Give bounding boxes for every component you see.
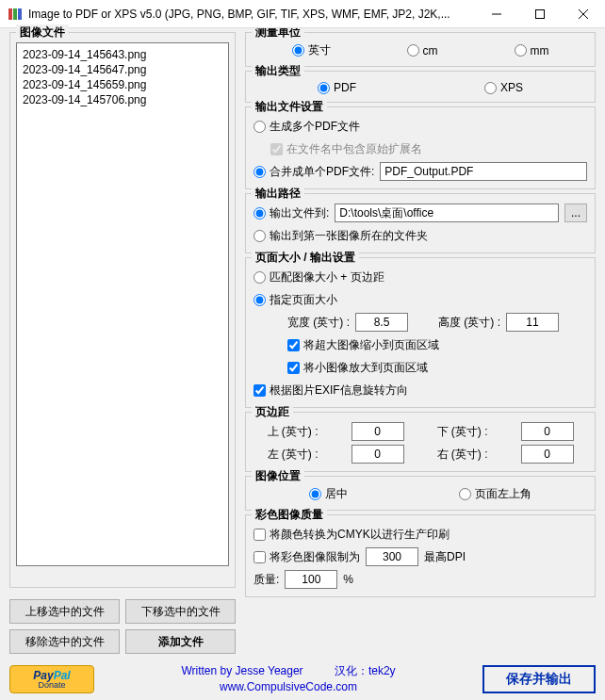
dpi-label: 最高DPI (424, 549, 466, 565)
margin-right-input[interactable] (521, 445, 574, 464)
output-first-radio[interactable]: 输出到第一张图像所在的文件夹 (253, 228, 428, 244)
margin-left-input[interactable] (352, 445, 404, 464)
translator-label: 汉化：tek2y (335, 664, 396, 677)
output-file-section: 输出文件设置 生成多个PDF文件 在文件名中包含原始扩展名 合并成单个PDF文件… (245, 106, 596, 189)
output-file-legend: 输出文件设置 (252, 99, 327, 115)
width-input[interactable] (355, 313, 408, 332)
quality-input[interactable] (285, 570, 337, 589)
titlebar: Image to PDF or XPS v5.0 (JPG, PNG, BMP,… (0, 0, 605, 28)
file-list-group: 图像文件 2023-09-14_145643.png 2023-09-14_14… (9, 32, 236, 588)
list-item[interactable]: 2023-09-14_145643.png (21, 47, 224, 62)
app-icon (8, 7, 23, 22)
list-item[interactable]: 2023-09-14_145647.png (21, 62, 224, 77)
margin-top-label: 上 (英寸) : (268, 424, 319, 440)
include-ext-check: 在文件名中包含原始扩展名 (270, 141, 422, 157)
quality-label: 质量: (253, 572, 279, 588)
type-xps-radio[interactable]: XPS (484, 81, 523, 94)
output-to-radio[interactable]: 输出文件到: (253, 205, 329, 221)
website-link[interactable]: www.CompulsiveCode.com (220, 680, 357, 693)
window-title: Image to PDF or XPS v5.0 (JPG, PNG, BMP,… (28, 8, 475, 21)
width-label: 宽度 (英寸) : (287, 315, 350, 331)
list-item[interactable]: 2023-09-14_145659.png (21, 77, 224, 92)
move-up-button[interactable]: 上移选中的文件 (9, 599, 120, 624)
height-input[interactable] (506, 313, 559, 332)
pos-center-radio[interactable]: 居中 (309, 486, 348, 502)
dpi-input[interactable] (366, 547, 418, 566)
position-section: 图像位置 居中 页面左上角 (245, 476, 596, 511)
save-export-button[interactable]: 保存并输出 (482, 665, 596, 693)
specify-size-radio[interactable]: 指定页面大小 (253, 292, 337, 308)
merge-filename-input[interactable] (380, 162, 587, 181)
percent-label: % (343, 573, 353, 586)
margin-right-label: 右 (英寸) : (437, 447, 488, 463)
merge-pdf-radio[interactable]: 合并成单个PDF文件: (253, 164, 374, 180)
remove-button[interactable]: 移除选中的文件 (9, 629, 120, 654)
output-path-section: 输出路径 输出文件到: ... 输出到第一张图像所在的文件夹 (245, 193, 596, 253)
position-legend: 图像位置 (252, 468, 304, 484)
list-item[interactable]: 2023-09-14_145706.png (21, 92, 224, 107)
unit-section: 测量单位 英寸 cm mm (245, 32, 596, 67)
shrink-check[interactable]: 将超大图像缩小到页面区域 (287, 337, 439, 353)
svg-rect-2 (18, 8, 22, 20)
enlarge-check[interactable]: 将小图像放大到页面区域 (287, 360, 428, 376)
svg-rect-4 (536, 9, 545, 18)
svg-rect-1 (13, 8, 17, 20)
footer: PayPal Donate Written by Jesse Yeager 汉化… (0, 658, 605, 700)
output-type-section: 输出类型 PDF XPS (245, 71, 596, 103)
page-size-legend: 页面大小 / 输出设置 (252, 250, 359, 266)
output-path-legend: 输出路径 (252, 186, 304, 202)
move-down-button[interactable]: 下移选中的文件 (125, 599, 236, 624)
file-list-legend: 图像文件 (16, 24, 69, 41)
margin-legend: 页边距 (252, 404, 293, 420)
pos-topleft-radio[interactable]: 页面左上角 (459, 486, 531, 502)
browse-button[interactable]: ... (564, 203, 587, 222)
close-button[interactable] (562, 0, 605, 28)
margin-left-label: 左 (英寸) : (268, 447, 319, 463)
margin-top-input[interactable] (352, 422, 404, 441)
author-label: Written by Jesse Yeager (181, 664, 302, 677)
page-size-section: 页面大小 / 输出设置 匹配图像大小 + 页边距 指定页面大小 宽度 (英寸) … (245, 257, 596, 408)
exif-check[interactable]: 根据图片EXIF信息旋转方向 (253, 383, 408, 399)
credits: Written by Jesse Yeager 汉化：tek2y www.Com… (104, 663, 473, 695)
type-pdf-radio[interactable]: PDF (318, 81, 356, 94)
maximize-button[interactable] (518, 0, 562, 28)
output-type-legend: 输出类型 (252, 63, 304, 79)
margin-bottom-input[interactable] (521, 422, 574, 441)
unit-cm-radio[interactable]: cm (407, 44, 438, 57)
quality-section: 彩色图像质量 将颜色转换为CMYK以进行生产印刷 将彩色图像限制为 最高DPI … (245, 514, 596, 597)
cmyk-check[interactable]: 将颜色转换为CMYK以进行生产印刷 (253, 527, 450, 543)
unit-inch-radio[interactable]: 英寸 (292, 42, 331, 58)
margin-bottom-label: 下 (英寸) : (437, 424, 488, 440)
match-image-radio[interactable]: 匹配图像大小 + 页边距 (253, 269, 384, 285)
height-label: 高度 (英寸) : (438, 315, 500, 331)
svg-rect-0 (8, 8, 12, 20)
limit-dpi-check[interactable]: 将彩色图像限制为 (253, 549, 360, 565)
unit-legend: 测量单位 (252, 28, 304, 41)
paypal-donate-button[interactable]: PayPal Donate (9, 665, 94, 693)
quality-legend: 彩色图像质量 (252, 507, 327, 523)
file-list[interactable]: 2023-09-14_145643.png 2023-09-14_145647.… (16, 42, 229, 566)
multi-pdf-radio[interactable]: 生成多个PDF文件 (253, 119, 360, 135)
output-path-input[interactable] (335, 203, 559, 222)
add-button[interactable]: 添加文件 (125, 629, 236, 654)
unit-mm-radio[interactable]: mm (515, 44, 549, 57)
minimize-button[interactable] (475, 0, 518, 28)
margin-section: 页边距 上 (英寸) : 下 (英寸) : 左 (英寸) : 右 (英寸) : (245, 412, 596, 472)
